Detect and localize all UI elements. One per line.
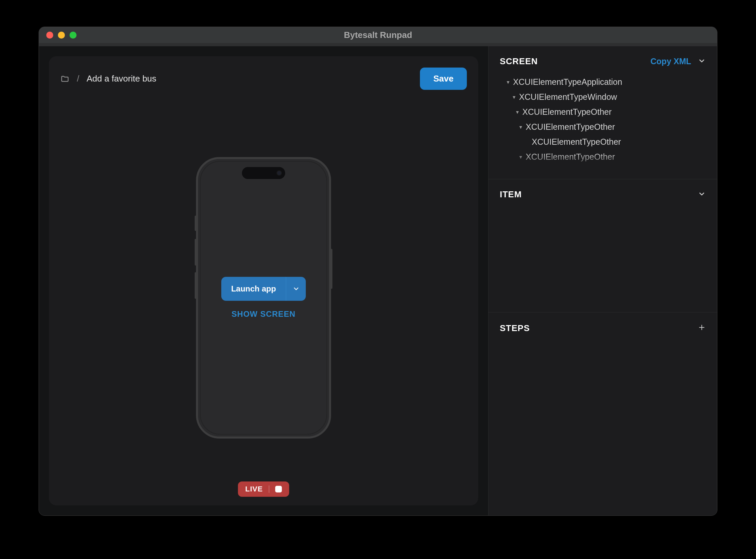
traffic-lights bbox=[39, 31, 76, 39]
screen-panel-toggle[interactable] bbox=[698, 57, 706, 66]
add-step-button[interactable] bbox=[698, 322, 706, 334]
phone-side-button bbox=[195, 272, 197, 299]
item-panel: ITEM bbox=[488, 179, 717, 312]
copy-xml-link[interactable]: Copy XML bbox=[650, 57, 691, 66]
titlebar: Bytesalt Runpad bbox=[39, 27, 717, 43]
item-panel-title: ITEM bbox=[500, 189, 522, 200]
steps-panel-header: STEPS bbox=[500, 322, 706, 334]
phone-frame: Launch app SHOW SCREEN bbox=[196, 157, 331, 439]
caret-down-icon: ▼ bbox=[506, 80, 510, 85]
folder-icon[interactable] bbox=[60, 74, 70, 84]
live-label: LIVE bbox=[245, 485, 263, 493]
chevron-down-icon bbox=[698, 190, 706, 198]
phone-side-button bbox=[195, 216, 197, 231]
right-sidebar: SCREEN Copy XML ▼XCUIElementTypeApplicat… bbox=[488, 46, 717, 515]
maximize-window-button[interactable] bbox=[70, 31, 76, 39]
dynamic-island bbox=[242, 167, 285, 179]
close-window-button[interactable] bbox=[46, 31, 53, 39]
caret-down-icon: ▼ bbox=[518, 154, 523, 160]
phone-side-button bbox=[330, 249, 332, 289]
tree-row[interactable]: ▼XCUIElementTypeOther bbox=[500, 105, 706, 119]
steps-panel: STEPS bbox=[488, 312, 717, 515]
app-body: / Add a favorite bus Save bbox=[39, 46, 717, 515]
toolbar: / Add a favorite bus Save bbox=[49, 56, 478, 90]
phone-side-button bbox=[195, 239, 197, 266]
plus-icon bbox=[698, 323, 706, 331]
save-button[interactable]: Save bbox=[420, 68, 467, 90]
tree-row[interactable]: ▼XCUIElementTypeWindow bbox=[500, 90, 706, 105]
chevron-down-icon bbox=[698, 57, 706, 65]
caret-down-icon: ▼ bbox=[515, 110, 520, 115]
tree-row[interactable]: ▼XCUIElementTypeApplication bbox=[500, 74, 706, 90]
tree-row[interactable]: XCUIElementTypeOther bbox=[500, 134, 706, 150]
record-stop-icon[interactable] bbox=[275, 486, 282, 492]
camera-icon bbox=[276, 170, 282, 176]
steps-panel-title: STEPS bbox=[500, 323, 530, 333]
screen-panel: SCREEN Copy XML ▼XCUIElementTypeApplicat… bbox=[488, 46, 717, 179]
caret-down-icon: ▼ bbox=[512, 94, 516, 100]
tree-row[interactable]: ▼XCUIElementTypeOther bbox=[500, 150, 706, 164]
item-panel-toggle[interactable] bbox=[698, 190, 706, 199]
tree-row[interactable]: ▼XCUIElementTypeOther bbox=[500, 119, 706, 134]
left-pane: / Add a favorite bus Save bbox=[39, 46, 488, 515]
live-badge[interactable]: LIVE bbox=[238, 482, 289, 497]
element-tree: ▼XCUIElementTypeApplication ▼XCUIElement… bbox=[500, 74, 706, 169]
screen-panel-header: SCREEN Copy XML bbox=[500, 56, 706, 67]
item-panel-header: ITEM bbox=[500, 189, 706, 200]
page-title: Add a favorite bus bbox=[87, 73, 156, 84]
phone-stage: Launch app SHOW SCREEN bbox=[49, 90, 478, 506]
breadcrumb-separator: / bbox=[77, 73, 79, 84]
subbar bbox=[39, 43, 717, 46]
screen-panel-title: SCREEN bbox=[500, 56, 538, 67]
app-window: Bytesalt Runpad / Add a favorite bus Sav… bbox=[39, 27, 717, 516]
work-area: / Add a favorite bus Save bbox=[49, 56, 478, 506]
window-title: Bytesalt Runpad bbox=[344, 30, 412, 40]
caret-down-icon: ▼ bbox=[518, 125, 523, 130]
minimize-window-button[interactable] bbox=[58, 31, 65, 39]
